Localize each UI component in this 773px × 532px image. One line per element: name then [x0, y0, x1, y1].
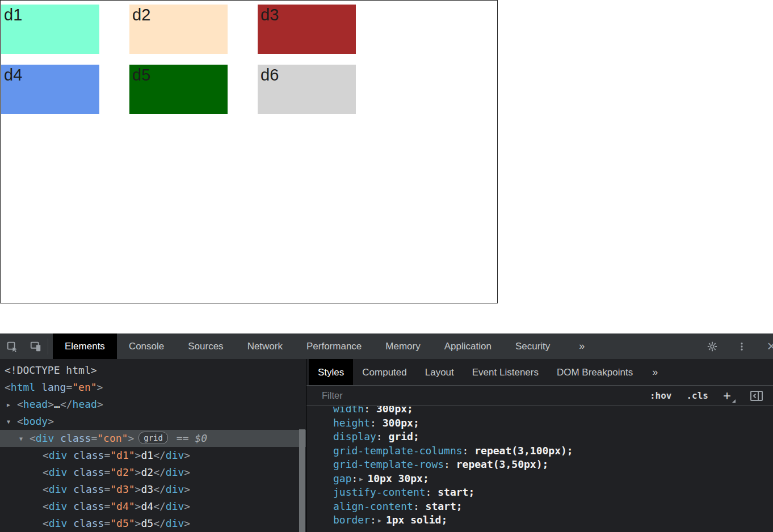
- screen: d1d2d3d4d5d6 ElementsConsoleSourcesNetwo…: [0, 0, 773, 532]
- css-declaration[interactable]: align-content: start;: [333, 500, 773, 514]
- inspect-element-button[interactable]: [3, 338, 20, 355]
- tab-application[interactable]: Application: [432, 333, 503, 359]
- grid-box-d2: d2: [129, 5, 228, 54]
- dom-tree-line[interactable]: <div class="d5">d5</div>: [0, 515, 306, 532]
- code-token: "con": [97, 432, 128, 444]
- code-token: :: [370, 417, 383, 429]
- code-token: [35, 381, 41, 393]
- toggle-device-toolbar-button[interactable]: [27, 338, 44, 355]
- code-token: :: [364, 406, 376, 415]
- code-token: </: [60, 398, 73, 410]
- code-token: div: [49, 517, 68, 529]
- devtools-content: <!DOCTYPE html><html lang="en">▶<head>…<…: [0, 359, 773, 532]
- styles-tab-computed[interactable]: Computed: [353, 359, 415, 385]
- code-token: class: [60, 432, 91, 444]
- css-declaration[interactable]: width: 300px;: [333, 406, 773, 416]
- code-token: body: [23, 415, 48, 427]
- new-style-rule-button[interactable]: +: [723, 389, 734, 403]
- css-declaration[interactable]: border:▶1px solid;: [333, 513, 773, 527]
- code-token: == $0: [170, 432, 207, 444]
- dom-tree-line[interactable]: ▼<div class="con">grid == $0: [0, 430, 306, 447]
- css-declaration[interactable]: gap:▶10px 30px;: [333, 472, 773, 486]
- code-token: 1px solid;: [386, 514, 447, 526]
- tab-memory[interactable]: Memory: [373, 333, 432, 359]
- expand-arrow-icon[interactable]: ▼: [19, 430, 30, 447]
- dom-tree-line[interactable]: <div class="d3">d3</div>: [0, 481, 306, 498]
- dom-tree-line[interactable]: ▶<head>…</head>: [0, 396, 306, 413]
- dom-tree-line[interactable]: <div class="d1">d1</div>: [0, 447, 306, 464]
- scrollbar-thumb[interactable]: [299, 429, 305, 532]
- dom-tree-line[interactable]: <div class="d2">d2</div>: [0, 464, 306, 481]
- dom-tree-line[interactable]: <div class="d4">d4</div>: [0, 498, 306, 515]
- code-token: repeat(3,100px);: [474, 445, 573, 457]
- code-token: d2: [141, 466, 153, 478]
- code-token: justify-content: [333, 486, 426, 498]
- styles-tab-layout[interactable]: Layout: [416, 359, 463, 385]
- code-token: >: [135, 449, 141, 461]
- css-declaration[interactable]: grid-template-columns: repeat(3,100px);: [333, 444, 773, 458]
- dom-tree-line[interactable]: <!DOCTYPE html>: [0, 362, 306, 379]
- style-filter-input[interactable]: [322, 390, 481, 401]
- toggle-sidebar-icon: [750, 390, 763, 402]
- code-token: >: [184, 483, 190, 495]
- dom-tree-line[interactable]: <html lang="en">: [0, 379, 306, 396]
- grid-badge[interactable]: grid: [138, 432, 168, 444]
- element-class-toggle[interactable]: .cls: [686, 390, 708, 401]
- toggle-sidebar-button[interactable]: [749, 389, 764, 403]
- expand-arrow-icon[interactable]: ▶: [7, 396, 17, 413]
- code-token: >: [135, 483, 141, 495]
- styles-tab-event-listeners[interactable]: Event Listeners: [463, 359, 548, 385]
- code-token: grid-template-rows: [333, 458, 444, 470]
- code-token: display: [333, 430, 376, 442]
- code-token: 10px 30px;: [367, 472, 428, 484]
- grid-box-d5: d5: [129, 65, 228, 114]
- more-tabs-button[interactable]: »: [579, 333, 585, 359]
- css-declaration[interactable]: display: grid;: [333, 430, 773, 444]
- settings-button[interactable]: [704, 338, 721, 355]
- code-token: >: [48, 398, 54, 410]
- code-token: >: [97, 398, 103, 410]
- styles-more-tabs-button[interactable]: »: [652, 359, 658, 385]
- code-token: </: [153, 500, 166, 512]
- styles-tab-dom-breakpoints[interactable]: DOM Breakpoints: [548, 359, 642, 385]
- webpage-viewport: d1d2d3d4d5d6: [0, 0, 773, 333]
- tab-sources[interactable]: Sources: [176, 333, 235, 359]
- expand-arrow-icon[interactable]: ▼: [7, 413, 17, 430]
- code-token: </: [153, 517, 166, 529]
- code-token: >: [184, 466, 190, 478]
- styles-filter-row: :hov .cls +: [306, 386, 773, 406]
- code-token: <: [30, 432, 36, 444]
- tab-network[interactable]: Network: [236, 333, 295, 359]
- code-token: <: [5, 381, 11, 393]
- code-token: "en": [72, 381, 96, 393]
- code-token: [67, 483, 73, 495]
- dom-tree-line[interactable]: ▼<body>: [0, 413, 306, 430]
- code-token: div: [166, 500, 184, 512]
- code-token: lang: [41, 381, 66, 393]
- elements-tree-pane: <!DOCTYPE html><html lang="en">▶<head>…<…: [0, 359, 306, 532]
- tab-performance[interactable]: Performance: [295, 333, 373, 359]
- code-token: [67, 500, 73, 512]
- code-token: height: [333, 417, 370, 429]
- code-token: :: [352, 472, 358, 484]
- box-label: d3: [258, 5, 356, 24]
- css-declaration[interactable]: grid-template-rows: repeat(3,50px);: [333, 458, 773, 472]
- tab-security[interactable]: Security: [503, 333, 562, 359]
- css-declaration[interactable]: height: 300px;: [333, 416, 773, 430]
- styles-tab-styles[interactable]: Styles: [309, 359, 353, 385]
- customize-menu-button[interactable]: [733, 338, 750, 355]
- gear-icon: [707, 341, 718, 352]
- code-token: :: [376, 430, 389, 442]
- code-token: =: [66, 381, 72, 393]
- tab-console[interactable]: Console: [117, 333, 176, 359]
- code-token: :: [426, 486, 438, 498]
- css-declaration[interactable]: justify-content: start;: [333, 485, 773, 500]
- code-token: d4: [141, 500, 153, 512]
- close-devtools-button[interactable]: ×: [763, 333, 773, 359]
- tab-elements[interactable]: Elements: [53, 333, 117, 359]
- code-token: [67, 466, 73, 478]
- code-token: grid-template-columns: [333, 445, 463, 457]
- pseudo-state-toggle[interactable]: :hov: [650, 390, 672, 401]
- code-token: >: [135, 466, 141, 478]
- code-token: 300px;: [383, 417, 419, 429]
